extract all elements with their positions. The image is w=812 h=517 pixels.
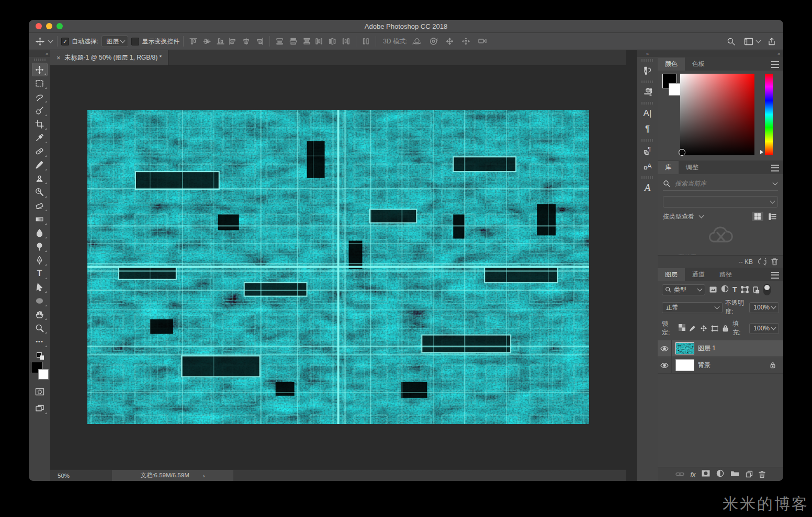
add-layer-mask-icon[interactable] (702, 470, 710, 478)
view-by-type-label[interactable]: 按类型查看 (663, 212, 694, 221)
tool-ellipse[interactable] (32, 294, 48, 307)
default-colors-icon[interactable] (37, 352, 43, 359)
tool-gradient[interactable] (32, 212, 48, 226)
layer-visibility-icon[interactable] (658, 357, 672, 373)
lock-pixels-icon[interactable] (689, 325, 696, 332)
tab-layers[interactable]: 图层 (658, 268, 685, 281)
zoom-window-button[interactable] (57, 23, 63, 29)
filter-pixel-layers-icon[interactable] (709, 286, 717, 293)
document-size-indicator[interactable]: 文档:6.59M/6.59M › (112, 470, 233, 481)
tool-brush[interactable] (32, 158, 48, 171)
layer-name[interactable]: 图层 1 (698, 344, 783, 353)
filter-shape-layers-icon[interactable] (741, 286, 749, 293)
layer-filter-type-dropdown[interactable]: 类型 (662, 284, 705, 295)
library-selector-dropdown[interactable] (663, 196, 778, 208)
hue-slider-marker[interactable] (760, 150, 763, 154)
libraries-panel-menu-icon[interactable] (771, 165, 779, 171)
layers-panel-menu-icon[interactable] (771, 272, 779, 279)
3d-pan-icon[interactable] (445, 37, 454, 45)
paragraph-styles-panel-icon[interactable]: ¶ (639, 143, 657, 158)
distribute-right-edges-icon[interactable] (342, 38, 350, 45)
tool-spot-healing-brush[interactable] (32, 144, 48, 158)
sync-status-icon[interactable] (758, 258, 766, 266)
new-group-icon[interactable] (730, 470, 739, 478)
paragraph-panel-icon[interactable]: ¶ (639, 121, 657, 137)
workspace-switcher[interactable] (744, 38, 761, 45)
saturation-brightness-field[interactable] (680, 74, 754, 155)
toolbar-expand-control[interactable]: » (29, 50, 50, 57)
canvas-image[interactable] (87, 110, 589, 424)
expand-panels-control[interactable]: » (658, 50, 783, 57)
3d-camera-icon[interactable] (478, 37, 487, 45)
align-right-edges-icon[interactable] (256, 38, 264, 45)
foreground-background-swatches[interactable] (31, 362, 49, 380)
distribute-horizontal-centers-icon[interactable] (329, 38, 336, 45)
layer-thumbnail[interactable] (676, 360, 694, 371)
color-cursor[interactable] (679, 149, 685, 156)
tab-libraries[interactable]: 库 (658, 161, 679, 174)
auto-select-checkbox[interactable]: ✓ (61, 38, 69, 45)
layer-visibility-icon[interactable] (658, 340, 672, 357)
toolbar-grip[interactable] (34, 59, 46, 61)
3d-orbit-icon[interactable] (412, 37, 422, 45)
filter-smart-objects-icon[interactable] (752, 286, 760, 294)
tool-more[interactable]: ••• (32, 335, 48, 348)
tool-quick-selection[interactable] (32, 104, 48, 117)
grid-view-icon[interactable] (752, 212, 763, 221)
tab-paths[interactable]: 路径 (712, 268, 739, 281)
tool-dodge[interactable] (32, 239, 48, 253)
filtering-toggle[interactable] (763, 284, 771, 295)
color-panel-menu-icon[interactable] (771, 61, 779, 68)
title-bar[interactable]: Adobe Photoshop CC 2018 (29, 20, 783, 33)
tab-channels[interactable]: 通道 (685, 268, 712, 281)
tab-adjustments[interactable]: 调整 (679, 161, 706, 174)
layer-name[interactable]: 背景 (698, 361, 765, 370)
opacity-dropdown[interactable]: 100% (749, 302, 779, 313)
document-tab[interactable]: × 未标题-1 @ 50% (图层 1, RGB/8) * (50, 50, 168, 65)
tool-preset-chevron-icon[interactable] (48, 38, 53, 43)
align-bottom-edges-icon[interactable] (217, 38, 224, 45)
fill-dropdown[interactable]: 100% (749, 323, 779, 334)
new-adjustment-layer-icon[interactable] (716, 469, 724, 479)
distribute-bottom-edges-icon[interactable] (303, 38, 311, 45)
tool-lasso[interactable] (32, 90, 48, 104)
chevron-down-icon[interactable] (773, 180, 778, 186)
lock-transparency-icon[interactable] (679, 324, 685, 332)
tool-hand[interactable] (32, 307, 48, 321)
close-window-button[interactable] (36, 23, 42, 29)
move-tool-preset-icon[interactable] (33, 35, 47, 48)
layer-thumbnail[interactable] (676, 343, 694, 354)
tool-move[interactable] (32, 63, 48, 76)
close-tab-icon[interactable]: × (57, 54, 61, 62)
link-layers-icon[interactable] (675, 472, 684, 477)
layer-style-icon[interactable]: fx (690, 470, 695, 478)
filter-adjustment-layers-icon[interactable] (721, 285, 729, 294)
align-left-edges-icon[interactable] (229, 38, 236, 45)
background-lock-icon[interactable] (770, 362, 776, 369)
glyphs-panel-icon[interactable]: A (639, 180, 657, 196)
minimize-window-button[interactable] (46, 23, 52, 29)
tool-crop[interactable] (32, 117, 48, 131)
character-panel-icon[interactable]: A| (639, 106, 657, 121)
tool-zoom[interactable] (32, 321, 48, 335)
distribute-top-edges-icon[interactable] (276, 38, 284, 45)
chevron-down-icon[interactable] (699, 213, 704, 219)
tab-swatches[interactable]: 色板 (685, 58, 712, 71)
3d-roll-icon[interactable] (429, 37, 438, 45)
tool-path-selection[interactable] (32, 280, 48, 294)
layer-row-1[interactable]: 图层 1 (658, 340, 783, 357)
share-icon[interactable] (768, 37, 776, 46)
distribute-spacing-icon[interactable] (362, 38, 370, 45)
align-top-edges-icon[interactable] (189, 38, 197, 45)
list-view-icon[interactable] (766, 212, 778, 221)
quick-mask-button[interactable] (32, 385, 48, 398)
collapse-panels-control[interactable]: « (637, 50, 658, 57)
filter-type-layers-icon[interactable]: T (732, 285, 737, 294)
tool-pen[interactable] (32, 253, 48, 267)
library-search-input[interactable] (674, 179, 768, 188)
auto-select-dropdown[interactable]: 图层 (102, 36, 128, 47)
background-color-swatch[interactable] (38, 369, 49, 380)
3d-panel-icon[interactable] (639, 84, 657, 100)
tool-blur[interactable] (32, 226, 48, 239)
tool-eyedropper[interactable] (32, 131, 48, 144)
